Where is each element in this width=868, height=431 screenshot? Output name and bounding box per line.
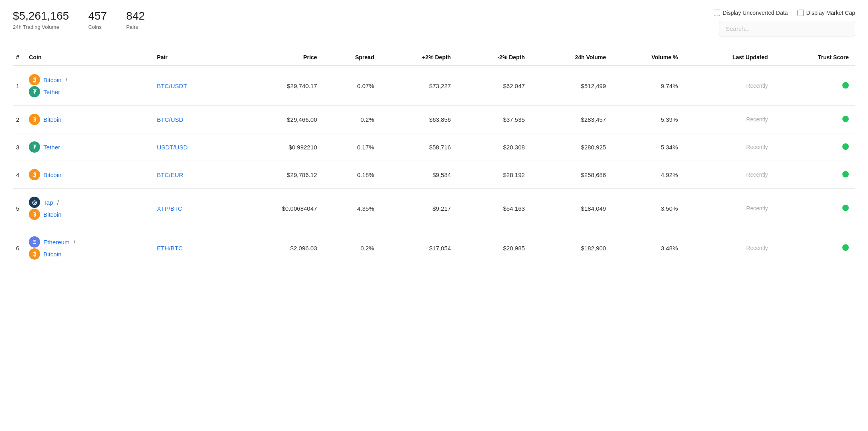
- market-cap-checkbox[interactable]: Display Market Cap: [797, 10, 855, 16]
- volume-pct-cell: 3.50%: [612, 189, 684, 228]
- volume-pct-cell: 5.39%: [612, 106, 684, 133]
- last-updated-cell: Recently: [684, 106, 775, 133]
- stats-section: $5,261,165 24h Trading Volume 457 Coins …: [13, 10, 145, 30]
- col-depth-plus: +2% Depth: [381, 49, 457, 66]
- pair-link[interactable]: XTP/BTC: [157, 205, 182, 212]
- depth-minus-cell: $20,308: [457, 133, 531, 161]
- volume-24h-cell: $258,686: [531, 161, 613, 189]
- col-price: Price: [234, 49, 323, 66]
- depth-plus-cell: $73,227: [381, 66, 457, 106]
- checkboxes: Display Unconverted Data Display Market …: [714, 10, 855, 16]
- price-cell: $0.00684047: [234, 189, 323, 228]
- coin-cell: ₿ Bitcoin / ₮ Tether: [26, 66, 153, 106]
- coin-cell: ◎ Tap / ₿ Bitcoin: [26, 189, 153, 228]
- eth-icon: Ξ: [29, 236, 40, 248]
- unconverted-data-checkbox[interactable]: Display Unconverted Data: [714, 10, 788, 16]
- coin-cell: ₮ Tether: [26, 133, 153, 161]
- col-volume-24h: 24h Volume: [531, 49, 613, 66]
- spread-cell: 4.35%: [323, 189, 381, 228]
- depth-minus-cell: $28,192: [457, 161, 531, 189]
- table-row: 3 ₮ Tether USDT/USD $0.992210 0.17% $58,…: [13, 133, 855, 161]
- volume-24h-cell: $512,499: [531, 66, 613, 106]
- btc-icon: ₿: [29, 248, 40, 260]
- volume-pct-cell: 9.74%: [612, 66, 684, 106]
- price-cell: $29,466.00: [234, 106, 323, 133]
- coins-label: Coins: [88, 24, 107, 30]
- pair-link[interactable]: BTC/USD: [157, 116, 184, 123]
- trust-dot-green: [842, 116, 849, 122]
- pair-cell[interactable]: ETH/BTC: [154, 228, 234, 268]
- btc-icon: ₿: [29, 74, 40, 85]
- markets-table: # Coin Pair Price Spread +2% Depth -2% D…: [13, 49, 855, 268]
- coin2-name: Tether: [43, 89, 60, 95]
- usdt-icon: ₮: [29, 141, 40, 153]
- depth-plus-cell: $9,217: [381, 189, 457, 228]
- pair-link[interactable]: BTC/EUR: [157, 171, 184, 178]
- rank-cell: 5: [13, 189, 26, 228]
- depth-plus-cell: $9,584: [381, 161, 457, 189]
- coin1-name: Tap: [43, 199, 53, 206]
- pair-link[interactable]: BTC/USDT: [157, 83, 187, 89]
- trust-score-cell: [774, 106, 855, 133]
- rank-cell: 1: [13, 66, 26, 106]
- trading-volume-label: 24h Trading Volume: [13, 24, 69, 30]
- pairs-value: 842: [126, 10, 145, 22]
- table-row: 5 ◎ Tap / ₿ Bitcoin XTP/BTC $0.00684047 …: [13, 189, 855, 228]
- coins-stat: 457 Coins: [88, 10, 107, 30]
- market-cap-input[interactable]: [797, 10, 804, 16]
- pairs-label: Pairs: [126, 24, 145, 30]
- last-updated-cell: Recently: [684, 66, 775, 106]
- col-rank: #: [13, 49, 26, 66]
- btc-icon: ₿: [29, 209, 40, 220]
- col-volume-pct: Volume %: [612, 49, 684, 66]
- pair-cell[interactable]: BTC/USD: [154, 106, 234, 133]
- trust-dot-green: [842, 143, 849, 150]
- trust-score-cell: [774, 133, 855, 161]
- coin1-name: Bitcoin: [43, 116, 61, 123]
- coin-cell: ₿ Bitcoin: [26, 161, 153, 189]
- trust-dot-green: [842, 244, 849, 251]
- col-last-updated: Last Updated: [684, 49, 775, 66]
- top-bar: $5,261,165 24h Trading Volume 457 Coins …: [13, 10, 855, 36]
- btc-icon: ₿: [29, 114, 40, 125]
- coin1-name: Ethereum: [43, 239, 69, 246]
- trust-score-cell: [774, 228, 855, 268]
- pair-link[interactable]: ETH/BTC: [157, 245, 183, 252]
- price-cell: $29,740.17: [234, 66, 323, 106]
- pair-cell[interactable]: BTC/USDT: [154, 66, 234, 106]
- depth-minus-cell: $54,163: [457, 189, 531, 228]
- pair-link[interactable]: USDT/USD: [157, 144, 188, 151]
- pair-cell[interactable]: USDT/USD: [154, 133, 234, 161]
- rank-cell: 3: [13, 133, 26, 161]
- table-row: 2 ₿ Bitcoin BTC/USD $29,466.00 0.2% $63,…: [13, 106, 855, 133]
- coin2-name: Bitcoin: [43, 211, 61, 218]
- table-header-row: # Coin Pair Price Spread +2% Depth -2% D…: [13, 49, 855, 66]
- volume-24h-cell: $182,900: [531, 228, 613, 268]
- depth-plus-cell: $17,054: [381, 228, 457, 268]
- pair-cell[interactable]: XTP/BTC: [154, 189, 234, 228]
- trust-dot-green: [842, 205, 849, 211]
- spread-cell: 0.07%: [323, 66, 381, 106]
- last-updated-cell: Recently: [684, 228, 775, 268]
- col-trust-score: Trust Score: [774, 49, 855, 66]
- volume-24h-cell: $280,925: [531, 133, 613, 161]
- col-spread: Spread: [323, 49, 381, 66]
- trust-score-cell: [774, 161, 855, 189]
- trading-volume-stat: $5,261,165 24h Trading Volume: [13, 10, 69, 30]
- search-input[interactable]: [719, 21, 855, 36]
- table-row: 1 ₿ Bitcoin / ₮ Tether BTC/USDT $29,740.…: [13, 66, 855, 106]
- rank-cell: 2: [13, 106, 26, 133]
- market-cap-label: Display Market Cap: [806, 10, 855, 16]
- last-updated-cell: Recently: [684, 189, 775, 228]
- pair-cell[interactable]: BTC/EUR: [154, 161, 234, 189]
- unconverted-data-input[interactable]: [714, 10, 720, 16]
- price-cell: $2,096.03: [234, 228, 323, 268]
- table-row: 4 ₿ Bitcoin BTC/EUR $29,786.12 0.18% $9,…: [13, 161, 855, 189]
- depth-minus-cell: $37,535: [457, 106, 531, 133]
- spread-cell: 0.17%: [323, 133, 381, 161]
- rank-cell: 4: [13, 161, 26, 189]
- rank-cell: 6: [13, 228, 26, 268]
- top-right-controls: Display Unconverted Data Display Market …: [714, 10, 855, 36]
- volume-24h-cell: $283,457: [531, 106, 613, 133]
- depth-plus-cell: $58,716: [381, 133, 457, 161]
